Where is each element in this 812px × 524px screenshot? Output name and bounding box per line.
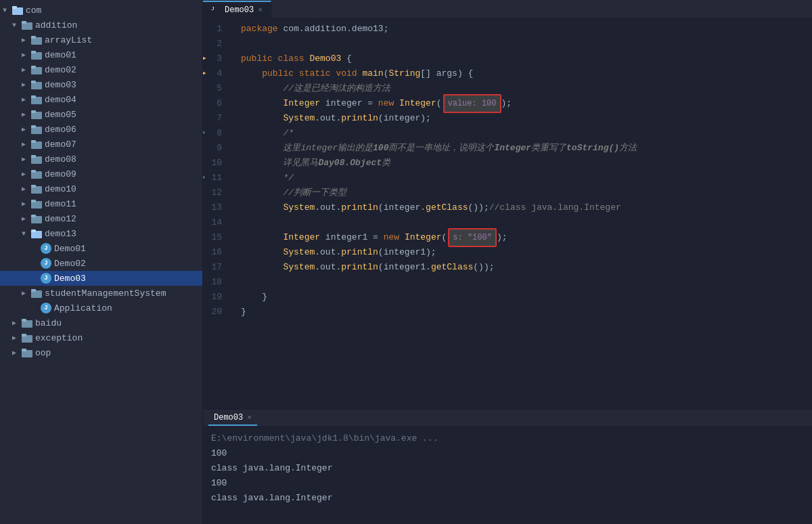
code-line-11: */ — [241, 171, 812, 185]
sidebar-item-demo05[interactable]: ▶ demo05 — [0, 107, 202, 122]
sidebar-item-demo12[interactable]: ▶ demo12 — [0, 211, 202, 226]
folder-icon — [31, 229, 42, 238]
sidebar-item-Demo03[interactable]: J Demo03 — [0, 271, 202, 286]
arrow-icon: ▼ — [3, 7, 12, 14]
console-tab-close[interactable]: × — [247, 414, 252, 422]
fold-icon: ▾ — [203, 173, 206, 183]
code-line-13: System.out.println(integer.getClass());/… — [241, 200, 812, 215]
code-line-16: System.out.println(integer1); — [241, 245, 812, 260]
sidebar-item-Application[interactable]: J Application — [0, 301, 202, 315]
console-area: Demo03 × E:\environment\java\jdk1.8\bin\… — [203, 409, 812, 524]
run-arrow-icon: ▶ — [203, 53, 206, 65]
arrow-icon: ▶ — [22, 95, 31, 104]
line-numbers: 1 2 ▶ 3 ▶ 4 5 6 7 ▾ 8 — [203, 22, 235, 406]
line-num-2: 2 — [203, 37, 227, 51]
sidebar-item-arrayList[interactable]: ▶ arrayList — [0, 32, 202, 47]
tab-close-button[interactable]: × — [258, 6, 263, 14]
sidebar-label: Demo01 — [54, 244, 86, 254]
sidebar-item-studentManagementSystem[interactable]: ▶ studentManagementSystem — [0, 286, 202, 301]
editor-tab-bar: J Demo03 × — [203, 0, 812, 19]
code-content: package com.addition.demo13; public clas… — [235, 22, 812, 406]
folder-icon — [31, 35, 42, 45]
sidebar-label: demo04 — [45, 95, 76, 105]
sidebar-item-Demo01[interactable]: J Demo01 — [0, 241, 202, 256]
svg-rect-1 — [12, 6, 17, 9]
line-num-20: 20 — [203, 305, 227, 320]
sidebar-item-demo03-folder[interactable]: ▶ demo03 — [0, 77, 202, 92]
line-num-6: 6 — [203, 96, 227, 111]
line-num-8: ▾ 8 — [203, 126, 227, 141]
code-line-2 — [241, 37, 812, 51]
sidebar-item-demo01[interactable]: ▶ demo01 — [0, 47, 202, 62]
folder-icon — [22, 318, 32, 328]
sidebar-item-oop[interactable]: ▶ oop — [0, 345, 202, 360]
sidebar-item-demo07[interactable]: ▶ demo07 — [0, 137, 202, 152]
svg-rect-31 — [31, 230, 36, 232]
sidebar-item-demo09[interactable]: ▶ demo09 — [0, 167, 202, 181]
sidebar-label: demo11 — [45, 199, 76, 209]
line-num-9: 9 — [203, 141, 227, 156]
arrow-icon: ▶ — [22, 140, 31, 148]
line-num-11: ▾ 11 — [203, 171, 227, 185]
code-line-3: public class Demo03 { — [241, 51, 812, 66]
console-output-line-3: 100 — [211, 476, 804, 491]
code-line-9: 这里integer输出的是100而不是一串地址，说明这个Integer类重写了t… — [241, 141, 812, 156]
svg-rect-39 — [22, 349, 26, 351]
java-file-icon: J — [41, 273, 51, 284]
line-num-12: 12 — [203, 185, 227, 200]
line-num-17: 17 — [203, 260, 227, 275]
sidebar-item-demo06[interactable]: ▶ demo06 — [0, 122, 202, 137]
code-line-15: Integer integer1 = new Integer(s: "100")… — [241, 230, 812, 245]
line-num-13: 13 — [203, 200, 227, 215]
sidebar-item-exception[interactable]: ▶ exception — [0, 330, 202, 345]
sidebar-label: studentManagementSystem — [45, 288, 166, 299]
folder-icon — [22, 333, 32, 343]
code-editor[interactable]: 1 2 ▶ 3 ▶ 4 5 6 7 ▾ 8 — [203, 19, 812, 409]
code-line-19: } — [241, 290, 812, 305]
folder-icon — [31, 65, 42, 74]
java-file-icon: J — [41, 303, 51, 313]
sidebar-label: addition — [35, 20, 77, 30]
folder-icon — [31, 214, 42, 223]
arrow-icon: ▶ — [22, 200, 31, 208]
sidebar-item-demo02[interactable]: ▶ demo02 — [0, 62, 202, 77]
tab-label: Demo03 — [225, 5, 254, 15]
sidebar-item-com[interactable]: ▼ com — [0, 3, 202, 18]
line-num-5: 5 — [203, 81, 227, 96]
file-tree: ▼ com ▼ addition ▶ arrayList ▶ demo01 ▶ … — [0, 0, 203, 524]
arrow-icon: ▼ — [12, 22, 22, 29]
svg-rect-17 — [31, 125, 36, 128]
editor-tab-demo03[interactable]: J Demo03 × — [203, 1, 271, 18]
sidebar-label: Demo02 — [54, 259, 86, 269]
sidebar-item-demo11[interactable]: ▶ demo11 — [0, 196, 202, 211]
sidebar-item-baidu[interactable]: ▶ baidu — [0, 315, 202, 330]
sidebar-item-demo04[interactable]: ▶ demo04 — [0, 92, 202, 107]
arrow-icon: ▶ — [22, 289, 31, 297]
folder-icon — [31, 199, 42, 209]
code-line-5: //这是已经淘汰的构造方法 — [241, 81, 812, 96]
arrow-icon: ▶ — [22, 81, 31, 89]
svg-rect-7 — [31, 51, 36, 53]
line-num-1: 1 — [203, 22, 227, 37]
sidebar-label: demo06 — [45, 125, 76, 135]
line-num-19: 19 — [203, 290, 227, 305]
sidebar-label: demo09 — [45, 169, 76, 179]
sidebar-label: demo05 — [45, 110, 76, 120]
folder-icon — [31, 95, 42, 104]
sidebar-label: baidu — [35, 318, 62, 328]
sidebar-label: demo02 — [45, 65, 76, 75]
code-line-1: package com.addition.demo13; — [241, 22, 812, 37]
sidebar-item-demo10[interactable]: ▶ demo10 — [0, 181, 202, 196]
folder-icon — [31, 125, 42, 134]
svg-rect-23 — [31, 170, 36, 173]
sidebar-item-addition[interactable]: ▼ addition — [0, 18, 202, 32]
folder-icon — [31, 50, 42, 60]
java-file-icon: J — [41, 258, 51, 269]
sidebar-label: Demo03 — [54, 274, 86, 284]
sidebar-item-Demo02[interactable]: J Demo02 — [0, 256, 202, 271]
editor-area: J Demo03 × 1 2 ▶ 3 ▶ 4 — [203, 0, 812, 524]
sidebar-item-demo13[interactable]: ▼ demo13 — [0, 226, 202, 241]
param-hint-s: s: "100" — [448, 228, 497, 247]
console-tab-demo03[interactable]: Demo03 × — [208, 411, 257, 426]
sidebar-item-demo08[interactable]: ▶ demo08 — [0, 152, 202, 167]
